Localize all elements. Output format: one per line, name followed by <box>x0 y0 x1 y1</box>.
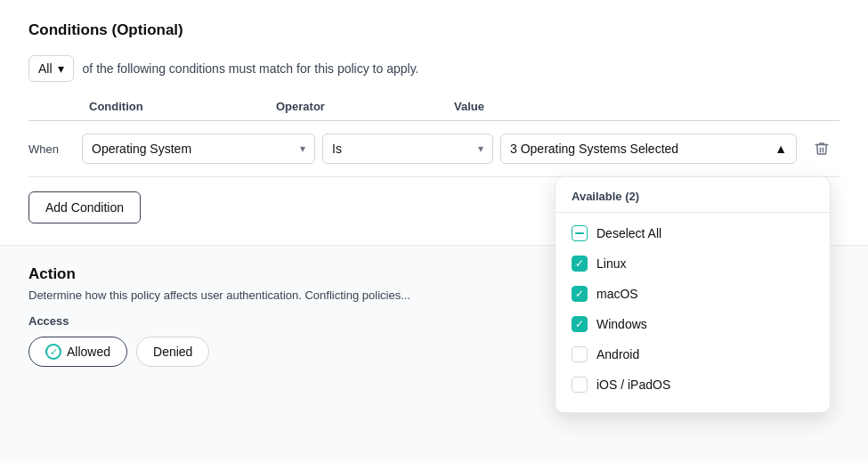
denied-label: Denied <box>153 345 192 359</box>
deselect-all-checkbox[interactable] <box>572 225 588 241</box>
android-checkbox[interactable] <box>572 346 588 362</box>
check-icon: ✓ <box>575 288 584 299</box>
os-dropdown-popup: Available (2) Deselect All ✓ Linux <box>555 176 831 413</box>
allowed-button[interactable]: ✓ Allowed <box>28 337 127 367</box>
value-cell: 3 Operating Systems Selected ▲ Available… <box>500 134 804 164</box>
linux-label: Linux <box>596 256 626 271</box>
match-select[interactable]: All ▾ <box>28 55 74 82</box>
chevron-up-icon: ▲ <box>775 142 787 156</box>
match-description: of the following conditions must match f… <box>83 61 419 76</box>
partial-mark-icon <box>575 232 584 234</box>
allowed-label: Allowed <box>67 345 110 359</box>
windows-checkbox[interactable]: ✓ <box>572 316 588 332</box>
list-item[interactable]: Android <box>556 339 830 370</box>
chevron-down-icon: ▾ <box>58 61 64 76</box>
check-circle-icon: ✓ <box>45 344 61 360</box>
ios-checkbox[interactable] <box>572 377 588 393</box>
condition-dropdown[interactable]: Operating System ▾ <box>82 134 315 164</box>
table-row: When Operating System ▾ Is ▾ 3 Operating… <box>28 121 840 177</box>
deselect-all-label: Deselect All <box>596 226 661 240</box>
trash-icon <box>814 141 830 157</box>
chevron-down-icon: ▾ <box>300 142 305 155</box>
windows-label: Windows <box>596 317 647 331</box>
operator-dropdown[interactable]: Is ▾ <box>322 134 493 164</box>
conditions-section: Conditions (Optional) All ▾ of the follo… <box>0 0 868 246</box>
linux-checkbox[interactable]: ✓ <box>572 256 588 272</box>
ios-label: iOS / iPadOS <box>596 378 670 392</box>
android-label: Android <box>596 347 639 361</box>
col-value: Value <box>447 100 840 113</box>
value-dropdown[interactable]: 3 Operating Systems Selected ▲ <box>500 134 797 164</box>
match-select-value: All <box>38 61 53 76</box>
operator-dropdown-value: Is <box>332 142 342 156</box>
conditions-title: Conditions (Optional) <box>28 21 840 39</box>
add-condition-button[interactable]: Add Condition <box>28 191 141 223</box>
list-item[interactable]: ✓ macOS <box>556 279 830 309</box>
macos-label: macOS <box>596 287 638 301</box>
col-operator: Operator <box>269 100 447 113</box>
table-header: Condition Operator Value <box>28 100 840 121</box>
list-item[interactable]: Deselect All <box>556 218 830 248</box>
macos-checkbox[interactable]: ✓ <box>572 286 588 302</box>
list-item[interactable]: ✓ Windows <box>556 309 830 339</box>
list-item[interactable]: iOS / iPadOS <box>556 370 830 400</box>
col-condition: Condition <box>28 100 269 113</box>
list-item[interactable]: ✓ Linux <box>556 248 830 279</box>
popup-title: Available (2) <box>556 190 830 213</box>
check-icon: ✓ <box>575 319 584 329</box>
denied-button[interactable]: Denied <box>136 337 209 367</box>
condition-dropdown-value: Operating System <box>92 142 191 156</box>
chevron-down-icon: ▾ <box>478 142 483 155</box>
check-icon: ✓ <box>575 258 584 269</box>
when-label: When <box>28 142 82 156</box>
match-row: All ▾ of the following conditions must m… <box>28 55 840 82</box>
value-dropdown-label: 3 Operating Systems Selected <box>510 142 678 156</box>
delete-condition-button[interactable] <box>804 137 840 160</box>
